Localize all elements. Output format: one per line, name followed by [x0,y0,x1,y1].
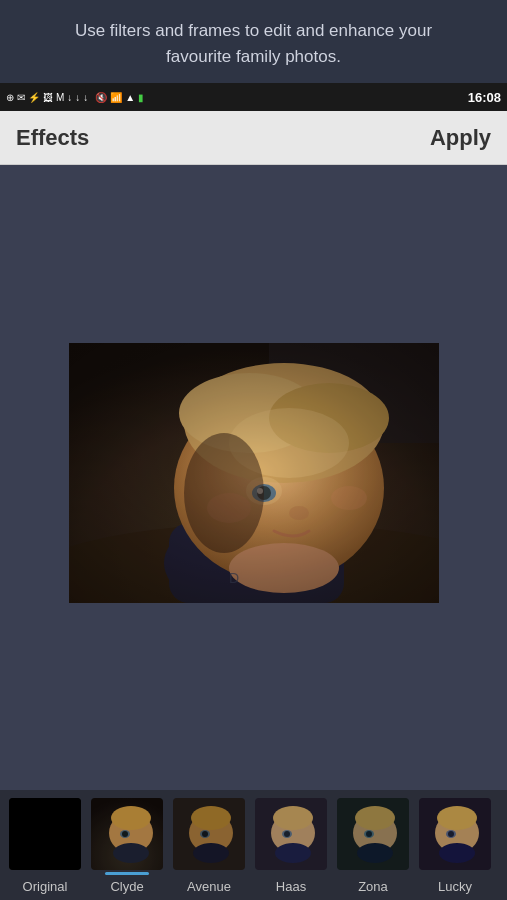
filter-label-clyde: Clyde [110,879,143,894]
filter-clyde[interactable]: Clyde [86,798,168,894]
baby-photo: D [69,343,439,603]
status-bar: ⊕ ✉ ⚡ 🖼 M ↓ ↓ ↓ 🔇 📶 ▲ ▮ 16:08 [0,83,507,111]
toolbar: Effects Apply [0,111,507,165]
filter-label-haas: Haas [276,879,306,894]
filter-avenue[interactable]: Avenue [168,798,250,894]
usb-icon: ⚡ [28,92,40,103]
filter-original[interactable]: Original [4,798,86,894]
filter-label-avenue: Avenue [187,879,231,894]
toolbar-title: Effects [16,125,89,151]
image-icon: 🖼 [43,92,53,103]
svg-rect-21 [69,343,439,603]
download3-icon: ↓ [83,92,88,103]
svg-rect-35 [91,798,163,870]
status-right: 16:08 [468,90,501,105]
status-left-icons: ⊕ ✉ ⚡ 🖼 M ↓ ↓ ↓ 🔇 📶 ▲ ▮ [6,92,144,103]
svg-rect-56 [337,798,409,870]
photo-container: D [69,343,439,603]
filter-strip: Original Clyde [0,790,507,900]
wifi-icon: 📶 [110,92,122,103]
filter-haas[interactable]: Haas [250,798,332,894]
filter-label-zona: Zona [358,879,388,894]
download2-icon: ↓ [75,92,80,103]
svg-rect-49 [255,798,327,870]
svg-rect-42 [173,798,245,870]
mute-icon: 🔇 [95,92,107,103]
filter-label-lucky: Lucky [438,879,472,894]
main-area: D [0,165,507,790]
intro-section: Use filters and frames to edit and enhan… [0,0,507,83]
download-icon: ↓ [67,92,72,103]
gmail-icon: M [56,92,64,103]
svg-rect-63 [419,798,491,870]
email-icon: ✉ [17,92,25,103]
filter-lucky[interactable]: Lucky [414,798,496,894]
filter-zona[interactable]: Zona [332,798,414,894]
filter-label-original: Original [23,879,68,894]
add-icon: ⊕ [6,92,14,103]
apply-button[interactable]: Apply [430,125,491,151]
signal-icon: ▲ [125,92,135,103]
intro-text: Use filters and frames to edit and enhan… [75,21,432,66]
svg-rect-28 [9,798,81,870]
battery-icon: ▮ [138,92,144,103]
status-time: 16:08 [468,90,501,105]
